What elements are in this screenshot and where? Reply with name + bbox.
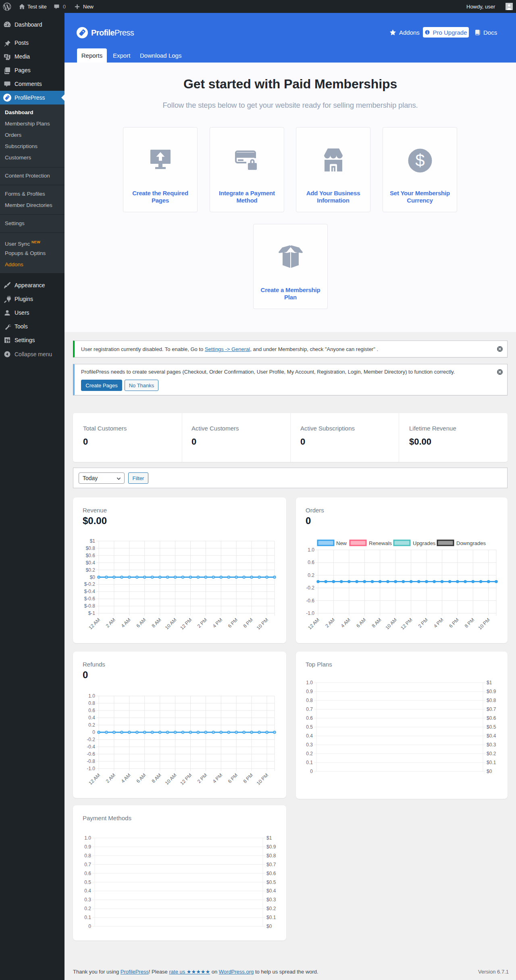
svg-text:$0.8: $0.8 (266, 853, 276, 859)
svg-text:2 PM: 2 PM (417, 617, 429, 629)
svg-text:0.2: 0.2 (306, 751, 313, 756)
svg-text:10 AM: 10 AM (164, 617, 178, 631)
svg-text:$0.6: $0.6 (266, 871, 276, 876)
svg-text:10 PM: 10 PM (256, 617, 269, 631)
svg-text:8 AM: 8 AM (151, 772, 162, 784)
svg-text:0: 0 (92, 729, 95, 735)
svg-text:-0.2: -0.2 (306, 585, 314, 591)
svg-text:0.9: 0.9 (306, 689, 313, 694)
svg-text:0.1: 0.1 (306, 760, 313, 765)
svg-text:-0.4: -0.4 (87, 744, 95, 750)
svg-text:4 PM: 4 PM (433, 617, 445, 629)
svg-text:12 AM: 12 AM (87, 772, 101, 786)
svg-text:$0.5: $0.5 (487, 724, 496, 730)
svg-text:4 PM: 4 PM (212, 772, 224, 784)
svg-text:1.0: 1.0 (84, 835, 91, 841)
svg-text:$-0.4: $-0.4 (84, 589, 96, 594)
svg-text:$0.2: $0.2 (487, 751, 496, 756)
svg-text:0.4: 0.4 (84, 888, 91, 894)
svg-text:-1.0: -1.0 (306, 610, 314, 616)
svg-text:2 AM: 2 AM (324, 617, 336, 629)
svg-text:8 AM: 8 AM (151, 617, 162, 629)
svg-text:1.0: 1.0 (88, 693, 95, 699)
svg-text:$-1: $-1 (88, 610, 96, 616)
svg-text:0.6: 0.6 (88, 708, 95, 713)
svg-text:8 PM: 8 PM (464, 617, 476, 629)
svg-text:$1: $1 (266, 835, 272, 841)
svg-text:6 AM: 6 AM (135, 617, 147, 629)
svg-text:0: 0 (310, 769, 313, 774)
svg-text:-0.6: -0.6 (87, 751, 95, 757)
svg-text:$0.8: $0.8 (487, 698, 496, 703)
svg-text:0.1: 0.1 (84, 915, 91, 920)
svg-text:-0.8: -0.8 (87, 759, 95, 764)
svg-text:0.5: 0.5 (306, 724, 313, 730)
svg-text:12 PM: 12 PM (179, 772, 193, 786)
svg-text:$0.7: $0.7 (266, 862, 276, 867)
svg-text:$0.2: $0.2 (86, 567, 96, 573)
svg-text:0.2: 0.2 (84, 906, 91, 911)
svg-text:2 AM: 2 AM (105, 772, 117, 784)
svg-text:10 AM: 10 AM (384, 617, 398, 631)
svg-text:2 PM: 2 PM (196, 617, 208, 629)
svg-text:4 AM: 4 AM (340, 617, 352, 629)
svg-text:$1: $1 (487, 680, 492, 685)
svg-text:$0.1: $0.1 (266, 915, 276, 920)
svg-text:$-0.2: $-0.2 (84, 581, 96, 587)
svg-text:0.7: 0.7 (306, 706, 313, 712)
svg-text:8 PM: 8 PM (242, 617, 254, 629)
svg-text:0.6: 0.6 (306, 715, 313, 721)
svg-text:-1.0: -1.0 (87, 766, 95, 771)
svg-text:0.5: 0.5 (84, 880, 91, 885)
svg-text:10 PM: 10 PM (256, 772, 269, 786)
svg-text:0.8: 0.8 (306, 698, 313, 703)
svg-text:0: 0 (88, 924, 91, 929)
svg-text:$0.5: $0.5 (266, 880, 276, 885)
svg-text:$0.4: $0.4 (487, 733, 496, 739)
svg-text:10 AM: 10 AM (164, 772, 178, 786)
svg-text:10 PM: 10 PM (477, 617, 491, 631)
svg-text:1.0: 1.0 (308, 547, 314, 553)
svg-text:0.6: 0.6 (84, 871, 91, 876)
svg-text:$0: $0 (90, 575, 96, 580)
svg-text:$0.8: $0.8 (86, 545, 96, 551)
svg-text:$0.1: $0.1 (487, 760, 496, 765)
svg-text:2 PM: 2 PM (196, 772, 208, 784)
svg-text:0.7: 0.7 (84, 862, 91, 867)
svg-text:4 AM: 4 AM (120, 617, 132, 629)
svg-text:$-0.8: $-0.8 (84, 603, 96, 609)
svg-text:6 PM: 6 PM (227, 617, 239, 629)
svg-text:8 AM: 8 AM (371, 617, 383, 629)
svg-text:0.2: 0.2 (88, 722, 95, 728)
svg-text:$-0.6: $-0.6 (84, 596, 96, 602)
svg-text:$0.9: $0.9 (266, 844, 276, 850)
svg-text:0.8: 0.8 (88, 700, 95, 706)
svg-text:$0.6: $0.6 (487, 715, 496, 721)
svg-text:2 AM: 2 AM (105, 617, 117, 629)
svg-text:12 PM: 12 PM (399, 617, 413, 631)
svg-text:12 AM: 12 AM (87, 617, 101, 631)
svg-text:8 PM: 8 PM (242, 772, 254, 784)
svg-text:$0.6: $0.6 (86, 553, 96, 558)
svg-text:$0.4: $0.4 (86, 560, 96, 566)
svg-text:$1: $1 (90, 538, 96, 544)
svg-text:4 PM: 4 PM (212, 617, 224, 629)
svg-text:$0: $0 (266, 924, 272, 929)
svg-text:$: $ (415, 151, 424, 170)
svg-text:$0.7: $0.7 (487, 706, 496, 712)
svg-text:0.9: 0.9 (84, 844, 91, 850)
svg-text:0.3: 0.3 (84, 897, 91, 903)
svg-text:1.0: 1.0 (306, 680, 313, 685)
svg-text:0.4: 0.4 (88, 715, 95, 721)
svg-text:$0.9: $0.9 (487, 689, 496, 694)
svg-text:12 AM: 12 AM (307, 617, 320, 631)
svg-text:0.2: 0.2 (308, 573, 314, 578)
svg-text:6 AM: 6 AM (135, 772, 147, 784)
svg-text:4 AM: 4 AM (120, 772, 132, 784)
svg-text:-0.6: -0.6 (306, 598, 314, 604)
svg-text:$0.4: $0.4 (266, 888, 276, 894)
svg-text:6 PM: 6 PM (227, 772, 239, 784)
svg-text:0.3: 0.3 (306, 742, 313, 748)
svg-text:0.4: 0.4 (306, 733, 313, 739)
svg-text:6 PM: 6 PM (448, 617, 460, 629)
